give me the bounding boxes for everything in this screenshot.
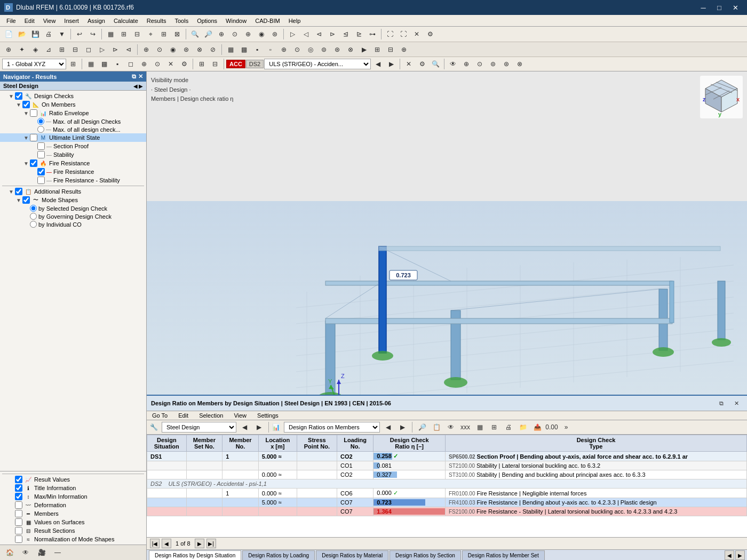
tb3-btn12[interactable]: ⚙ [416, 58, 428, 70]
tree-section-proof[interactable]: — Section Proof [0, 142, 146, 150]
results-close-btn[interactable]: ✕ [730, 397, 743, 409]
menu-file[interactable]: File [2, 17, 20, 25]
toggle-fire-resistance-group[interactable]: ▼ [23, 161, 30, 166]
results-combo1[interactable]: Steel Design [162, 422, 236, 433]
tab-by-loading[interactable]: Design Ratios by Loading [242, 550, 315, 560]
res-tb-btn7[interactable]: 🖨 [502, 421, 515, 433]
res-tb-btn5[interactable]: ▦ [473, 421, 486, 433]
undo-btn[interactable]: ↩ [73, 28, 86, 40]
menu-help[interactable]: Help [284, 17, 305, 25]
check-stability[interactable] [37, 151, 45, 158]
radio-by-individual[interactable] [30, 221, 37, 228]
tb-btn21[interactable]: ▷ [286, 28, 299, 40]
res-tb-next2[interactable]: ▶ [396, 421, 409, 433]
res-tb-btn10[interactable]: 0.00 [545, 421, 558, 433]
radio-max-all-design[interactable] [37, 118, 44, 125]
nav-prev-arrow[interactable]: ◀ [133, 83, 138, 89]
tree-uls[interactable]: ▼ M Ultimate Limit State [0, 133, 146, 142]
tb-btn11[interactable]: ⌖ [144, 28, 157, 40]
res-tb-btn6[interactable]: ⊞ [488, 421, 500, 433]
tb2-btn27[interactable]: ▶ [357, 44, 370, 55]
tb-btn15[interactable]: 🔎 [202, 28, 214, 40]
check-members[interactable] [15, 510, 22, 517]
tb2-btn22[interactable]: ⊙ [291, 44, 304, 55]
check-deformation[interactable] [15, 501, 22, 509]
tree-mode-shapes[interactable]: ▼ 〜 Mode Shapes [0, 196, 146, 204]
res-tb-btn9[interactable]: 📤 [531, 421, 544, 433]
page-first-btn[interactable]: |◀ [150, 539, 160, 548]
tb-btn22[interactable]: ◁ [299, 28, 312, 40]
results-menu-goto[interactable]: Go To [150, 412, 170, 419]
nav-result-sections[interactable]: ⊟ Result Sections [0, 526, 146, 535]
nav-maxmin-info[interactable]: ↕ Max/Min Information [0, 492, 146, 501]
menu-view[interactable]: View [39, 17, 60, 25]
tb-btn5[interactable]: ▼ [55, 28, 68, 40]
results-menu-settings[interactable]: Settings [255, 412, 281, 419]
tb2-btn29[interactable]: ⊟ [384, 44, 397, 55]
tree-stability[interactable]: — Stability [0, 150, 146, 159]
tb2-btn6[interactable]: ⊟ [69, 44, 82, 55]
results-menu-edit[interactable]: Edit [176, 412, 190, 419]
menu-edit[interactable]: Edit [20, 17, 39, 25]
tb2-btn18[interactable]: ▩ [237, 44, 250, 55]
tree-max-all-design2[interactable]: — Max. of all design check... [0, 125, 146, 133]
tree-on-members[interactable]: ▼ 📐 On Members [0, 100, 146, 109]
toggle-mode-shapes[interactable]: ▼ [16, 197, 22, 203]
tb3-btn6[interactable]: ⊙ [151, 58, 164, 70]
tb2-btn3[interactable]: ◈ [29, 44, 42, 55]
check-design-checks[interactable] [15, 92, 22, 100]
radio-by-selected[interactable] [30, 205, 37, 212]
tb3-btn9[interactable]: ⊞ [195, 58, 208, 70]
tb2-btn17[interactable]: ▦ [224, 44, 237, 55]
results-menu-selection[interactable]: Selection [197, 412, 225, 419]
toggle-ratio-envelope[interactable]: ▼ [23, 110, 30, 116]
tb2-btn4[interactable]: ⊿ [42, 44, 55, 55]
res-tb-btn3[interactable]: 👁 [444, 421, 457, 433]
nav-normalization[interactable]: ≈ Normalization of Mode Shapes [0, 535, 146, 543]
tb-btn26[interactable]: ⊵ [353, 28, 365, 40]
minimize-button[interactable]: ─ [696, 1, 711, 14]
toggle-uls[interactable]: ▼ [23, 135, 30, 141]
tb2-btn15[interactable]: ⊗ [193, 44, 206, 55]
tb2-btn28[interactable]: ⊞ [371, 44, 384, 55]
menu-results[interactable]: Results [142, 17, 171, 25]
tree-by-individual[interactable]: by Individual CO [0, 220, 146, 228]
check-result-values[interactable] [15, 476, 22, 483]
nav-restore-btn[interactable]: ⧉ [132, 73, 136, 80]
tb3-btn11[interactable]: ✕ [402, 58, 415, 70]
tree-fire-resistance[interactable]: — Fire Resistance [0, 167, 146, 176]
tb2-btn14[interactable]: ⊛ [180, 44, 193, 55]
nav-title-info[interactable]: ℹ Title Information [0, 484, 146, 492]
tree-by-governing[interactable]: by Governing Design Check [0, 212, 146, 220]
page-prev-btn[interactable]: ◀ [162, 539, 171, 548]
nav-bottom-btn2[interactable]: 👁 [19, 547, 32, 558]
check-title-info[interactable] [15, 484, 22, 492]
nav-result-values[interactable]: 📈 Result Values [0, 475, 146, 484]
tb2-btn12[interactable]: ⊙ [153, 44, 166, 55]
toggle-on-members[interactable]: ▼ [16, 102, 22, 108]
check-on-members[interactable] [22, 101, 30, 108]
tb-btn4[interactable]: 🖨 [42, 28, 55, 40]
res-tb-btn1[interactable]: 🔎 [416, 421, 428, 433]
tb2-btn20[interactable]: ▫ [264, 44, 277, 55]
check-uls[interactable] [30, 134, 37, 141]
tb2-btn23[interactable]: ◎ [304, 44, 317, 55]
tab-scroll-left[interactable]: ◀ [725, 550, 734, 560]
tb2-btn1[interactable]: ⊕ [2, 44, 15, 55]
save-btn[interactable]: 💾 [29, 28, 42, 40]
res-tb-btn11[interactable]: » [560, 421, 573, 433]
nav-bottom-btn4[interactable]: — [51, 547, 64, 558]
tree-by-selected[interactable]: by Selected Design Check [0, 204, 146, 212]
close-button[interactable]: ✕ [728, 1, 743, 14]
radio-by-governing[interactable] [30, 213, 37, 220]
tb-btn24[interactable]: ⊳ [326, 28, 339, 40]
tb-btn29[interactable]: ⛶ [397, 28, 410, 40]
menu-options[interactable]: Options [193, 17, 221, 25]
tree-ratio-envelope[interactable]: ▼ 📊 Ratio Envelope [0, 109, 146, 117]
redo-btn[interactable]: ↪ [86, 28, 99, 40]
tb-btn8[interactable]: ▦ [104, 28, 117, 40]
tb2-btn24[interactable]: ⊚ [317, 44, 330, 55]
tb-btn20[interactable]: ⊛ [268, 28, 281, 40]
check-maxmin-info[interactable] [15, 493, 22, 500]
tb3-btn17[interactable]: ⊚ [487, 58, 499, 70]
